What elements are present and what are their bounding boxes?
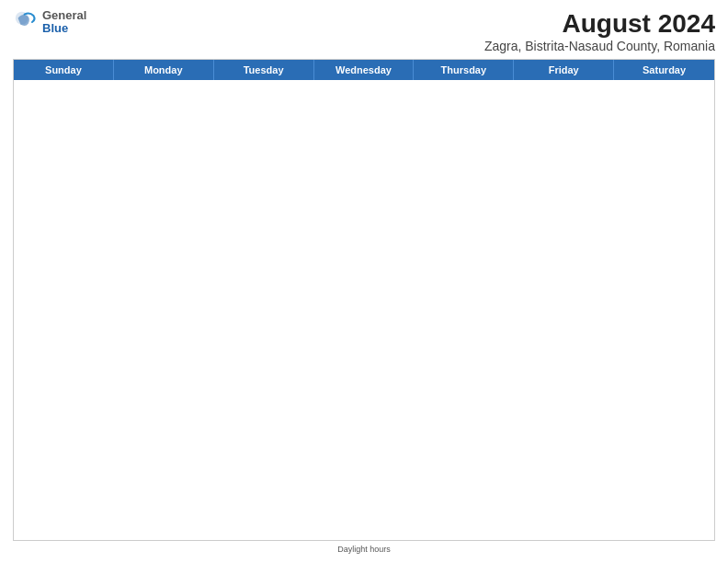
header: General Blue August 2024 Zagra, Bistrita… xyxy=(13,9,715,53)
cal-header-monday: Monday xyxy=(114,60,214,80)
cal-header-tuesday: Tuesday xyxy=(214,60,314,80)
cal-header-wednesday: Wednesday xyxy=(314,60,415,80)
calendar: SundayMondayTuesdayWednesdayThursdayFrid… xyxy=(13,59,715,541)
cal-header-saturday: Saturday xyxy=(614,60,714,80)
footer-note: Daylight hours xyxy=(13,545,715,554)
cal-header-sunday: Sunday xyxy=(14,60,114,80)
cal-header-thursday: Thursday xyxy=(414,60,514,80)
title-block: August 2024 Zagra, Bistrita-Nasaud Count… xyxy=(484,9,715,53)
calendar-header: SundayMondayTuesdayWednesdayThursdayFrid… xyxy=(14,60,714,80)
logo-blue: Blue xyxy=(42,22,86,35)
calendar-body xyxy=(14,80,714,540)
page: General Blue August 2024 Zagra, Bistrita… xyxy=(0,0,728,563)
logo-general: General xyxy=(42,9,86,22)
logo-icon xyxy=(13,9,39,35)
page-subtitle: Zagra, Bistrita-Nasaud County, Romania xyxy=(484,39,715,53)
logo: General Blue xyxy=(13,9,86,36)
logo-text: General Blue xyxy=(42,9,86,36)
page-title: August 2024 xyxy=(484,9,715,39)
cal-header-friday: Friday xyxy=(514,60,614,80)
